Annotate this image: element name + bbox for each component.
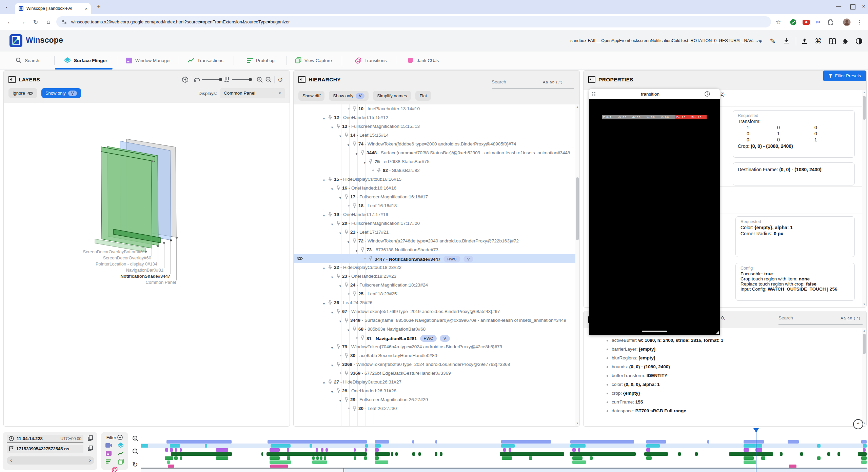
transactions-filter-icon[interactable] [117,450,124,456]
hierarchy-node-73[interactable]: ▼73 - 8736138 NotificationShade#73 [294,245,575,254]
view-capture-block[interactable] [744,460,756,464]
transactions-block[interactable] [570,452,636,456]
surface-flinger-block[interactable] [375,444,381,448]
timeline-scrollbar[interactable]: ‹› [7,456,94,465]
rotation-icon[interactable] [193,75,201,84]
hierarchy-node-30[interactable]: 30 - Leaf:26:27#30 [294,404,575,413]
pin-icon[interactable] [361,335,364,340]
expander-icon[interactable]: ▼ [322,380,326,386]
bookmark-star-icon[interactable]: ☆ [772,14,784,30]
protolog-block[interactable] [287,456,290,460]
dark-mode-icon[interactable] [854,36,864,46]
timeline-zoom-in-icon[interactable] [132,435,139,442]
transactions-block[interactable] [858,452,867,456]
browser-tab[interactable]: Winscope | sandbox-FAI × [15,3,91,14]
view-capture-block[interactable] [375,460,388,464]
extension-check-icon[interactable] [787,14,799,30]
window-manager-block[interactable] [165,448,168,452]
hierarchy-node-3449[interactable]: ▼3449 - Surface(name=885b63e NavigationB… [294,316,575,325]
overview-selection[interactable] [343,468,868,472]
transactions-block[interactable] [171,452,232,456]
protolog-block[interactable] [817,456,821,460]
timeline-zoom-out-icon[interactable] [132,448,139,455]
properties-scrollbar[interactable]: ▲ ▼ [862,90,866,307]
expander-icon[interactable]: ▼ [355,248,358,254]
zoom-in-icon[interactable] [255,75,264,84]
address-bar[interactable]: winscope.teams.x20web.corp.google.com/pr… [56,16,771,27]
pin-icon[interactable] [353,106,356,111]
timeline-tracks[interactable] [141,428,867,472]
window-manager-block[interactable] [744,448,749,452]
hierarchy-node-82[interactable]: 82 - StatusBar#82 [294,166,575,175]
hierarchy-node-17[interactable]: ▼17 - FullscreenMagnification:16:16#17 [294,193,575,201]
protolog-block[interactable] [590,456,593,460]
tab-transactions[interactable]: Transactions [188,52,223,69]
forward-icon[interactable]: → [17,14,28,30]
transactions-block[interactable] [418,452,421,456]
hierarchy-node-74[interactable]: ▼74 - WindowToken{fdddbe6 type=2000 andr… [294,140,575,149]
protolog-block[interactable] [216,456,228,460]
hierarchy-scrollbar[interactable]: ▲ ▼ [575,104,579,426]
screen-recording-block[interactable] [861,440,867,444]
transactions-block[interactable] [395,452,398,456]
hierarchy-node-25[interactable]: 25 - Leaf:18:23#25 [294,290,575,298]
window-manager-block[interactable] [216,448,228,452]
screen-recording-block[interactable] [166,440,232,444]
pin-icon[interactable] [328,379,332,384]
window-manager-block[interactable] [287,448,289,452]
hierarchy-node-21[interactable]: ▼21 - Leaf:17:17#21 [294,228,575,237]
upload-icon[interactable] [800,36,810,46]
protolog-block[interactable] [364,456,367,460]
pin-icon[interactable] [353,406,356,411]
avatar[interactable] [841,14,852,30]
transitions-filter-icon[interactable] [111,467,118,472]
back-icon[interactable]: ← [4,14,16,30]
pin-icon[interactable] [336,124,340,129]
transactions-block[interactable] [827,452,830,456]
surface-flinger-block[interactable] [205,444,207,448]
spacing-icon[interactable] [222,75,231,84]
expander-icon[interactable]: ▼ [347,239,350,245]
extensions-puzzle-icon[interactable] [825,14,836,30]
protolog-block[interactable] [354,456,356,460]
window-manager-block[interactable] [578,448,580,452]
surface-flinger-block[interactable] [310,444,312,448]
pin-icon[interactable] [344,397,348,402]
reset-view-icon[interactable]: ↺ [276,75,285,84]
tab-surface-flinger[interactable]: Surface Flinger [64,52,107,69]
tab-search-icon[interactable]: ⌄ [5,4,8,9]
minimize-icon[interactable]: _ [713,91,716,97]
expander-icon[interactable]: ▼ [322,301,326,307]
edit-icon[interactable]: ✎ [768,36,778,46]
window-manager-block[interactable] [354,448,356,452]
window-manager-block[interactable] [572,448,576,452]
transactions-block[interactable] [435,452,437,456]
chevron-up-circle-icon[interactable] [117,435,123,440]
expander-icon[interactable]: ▼ [331,274,334,280]
pin-icon[interactable] [369,256,373,261]
window-manager-block[interactable] [316,448,318,452]
transactions-block[interactable] [780,452,783,456]
documentation-icon[interactable] [827,36,837,46]
expander-icon[interactable]: ▼ [347,142,350,148]
pin-icon[interactable] [328,212,332,217]
pin-icon[interactable] [344,133,348,137]
hierarchy-node-23[interactable]: ▼23 - OneHanded:18:23#23 [294,272,575,281]
view-capture-block[interactable] [312,460,327,464]
window-manager-block[interactable] [175,448,177,452]
surface-flinger-block[interactable] [817,444,821,448]
protolog-block[interactable] [529,456,532,460]
property-row-dataspace[interactable]: dataspace: BT709 sRGB Full range [584,407,862,415]
expander-icon[interactable]: ▼ [322,213,326,219]
hierarchy-node-28[interactable]: ▼28 - OneHanded:26:31#28 [294,387,575,395]
search-options[interactable]: Aa ab (.*) [543,80,563,84]
ns-field[interactable]: 1715339054227572545 ns [7,445,83,453]
expander-icon[interactable]: ▼ [339,133,342,139]
hierarchy-node-81[interactable]: 81 - NavigationBar0#81HWCV [294,334,575,342]
window-manager-block[interactable] [365,448,367,452]
expander-icon[interactable]: ▼ [339,318,342,324]
hierarchy-node-80[interactable]: 80 - ace6abb SecondaryHomeHandle0#80 [294,351,575,360]
property-row-crop[interactable]: crop: {empty} [584,389,862,398]
protolog-block[interactable] [572,456,583,460]
transactions-block[interactable] [267,452,367,456]
